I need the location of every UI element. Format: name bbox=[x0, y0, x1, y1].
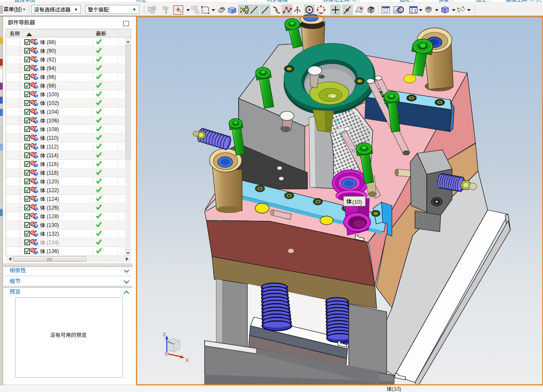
svg-text:(10): (10) bbox=[352, 199, 362, 205]
svg-text:ZC: ZC bbox=[334, 119, 340, 124]
svg-text:X: X bbox=[185, 358, 189, 363]
svg-text:Z: Z bbox=[163, 332, 166, 337]
svg-text:XC: XC bbox=[351, 149, 357, 153]
